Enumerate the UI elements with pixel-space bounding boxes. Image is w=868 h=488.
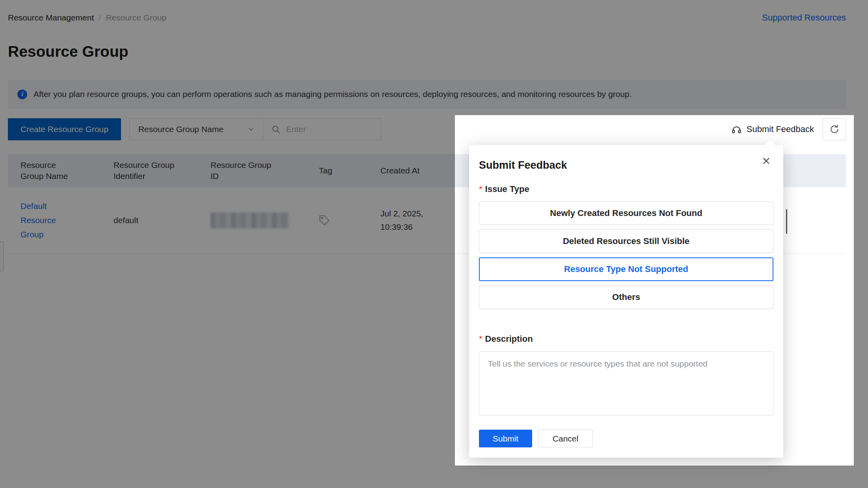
info-banner: i After you plan resource groups, you ca… <box>8 80 846 109</box>
submit-feedback-popover: Submit Feedback ✕ *Issue Type Newly Crea… <box>469 145 783 458</box>
description-label: *Description <box>479 333 773 344</box>
breadcrumb-resource-group: Resource Group <box>106 13 166 23</box>
filter-group: Resource Group Name <box>129 118 381 140</box>
required-marker: * <box>479 334 482 344</box>
filter-type-value: Resource Group Name <box>138 125 224 134</box>
supported-resources-link[interactable]: Supported Resources <box>762 13 846 23</box>
issue-type-option[interactable]: Resource Type Not Supported <box>479 257 773 281</box>
column-header-tag: Tag <box>306 165 368 176</box>
page-title: Resource Group <box>8 43 846 61</box>
issue-type-option[interactable]: Others <box>479 285 773 309</box>
issue-type-option[interactable]: Newly Created Resources Not Found <box>479 201 773 225</box>
cell-resource-group-identifier: default <box>101 216 198 225</box>
column-header-resource-group-id: Resource Group ID <box>198 160 306 182</box>
sidebar-collapse-handle[interactable] <box>0 241 4 271</box>
info-icon: i <box>17 89 27 99</box>
close-icon[interactable]: ✕ <box>762 156 771 167</box>
search-icon <box>271 125 281 134</box>
breadcrumb-resource-management[interactable]: Resource Management <box>8 13 94 23</box>
toolbar-right: Submit Feedback <box>731 118 846 140</box>
popover-title: Submit Feedback <box>479 158 773 172</box>
clipped-text-fragment <box>786 209 787 234</box>
description-textarea[interactable] <box>479 351 773 415</box>
cell-resource-group-name: Default Resource Group <box>8 199 101 242</box>
topbar: Resource Management / Resource Group Sup… <box>8 0 846 23</box>
required-marker: * <box>479 184 482 194</box>
issue-type-option[interactable]: Deleted Resources Still Visible <box>479 229 773 253</box>
default-resource-group-link[interactable]: Default Resource Group <box>20 199 62 242</box>
submit-feedback-link-label: Submit Feedback <box>747 124 814 134</box>
chevron-down-icon <box>247 125 255 133</box>
submit-button[interactable]: Submit <box>479 430 532 447</box>
breadcrumb: Resource Management / Resource Group <box>8 13 166 23</box>
issue-type-label: *Issue Type <box>479 184 773 194</box>
tag-icon[interactable] <box>319 215 368 226</box>
create-resource-group-button[interactable]: Create Resource Group <box>8 118 121 140</box>
refresh-icon <box>829 124 840 134</box>
column-header-resource-group-identifier: Resource Group Identifier <box>101 160 198 182</box>
submit-feedback-link[interactable]: Submit Feedback <box>731 124 814 135</box>
filter-type-select[interactable]: Resource Group Name <box>130 119 263 140</box>
masked-resource-group-id <box>210 212 289 228</box>
cell-resource-group-id <box>198 212 306 228</box>
cell-tag <box>306 215 368 226</box>
headset-icon <box>731 124 742 135</box>
search-input[interactable] <box>286 125 373 134</box>
column-header-resource-group-name: Resource Group Name <box>8 160 101 182</box>
search-box <box>263 119 381 140</box>
refresh-button[interactable] <box>823 118 846 140</box>
cancel-button[interactable]: Cancel <box>538 430 593 447</box>
cell-created-at: Jul 2, 2025, 10:39:36 <box>368 207 456 234</box>
column-header-created-at: Created At <box>368 165 456 176</box>
info-banner-text: After you plan resource groups, you can … <box>34 89 631 99</box>
issue-type-options: Newly Created Resources Not Found Delete… <box>479 201 773 309</box>
popover-actions: Submit Cancel <box>479 430 773 447</box>
toolbar: Create Resource Group Resource Group Nam… <box>8 118 846 140</box>
description-field-wrap: Tell us the services or resource types t… <box>479 351 773 415</box>
breadcrumb-separator: / <box>99 13 101 23</box>
